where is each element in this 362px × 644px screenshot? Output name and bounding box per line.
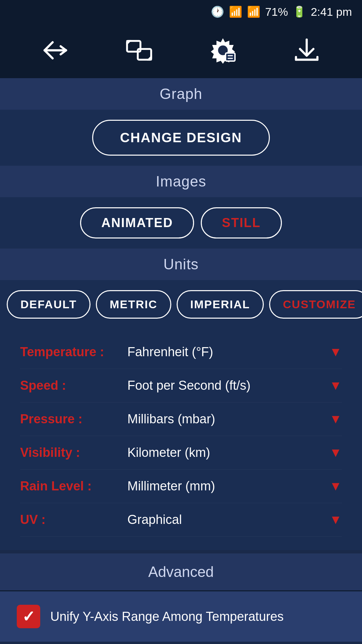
animated-button[interactable]: ANIMATED	[80, 207, 194, 238]
refresh-icon	[126, 37, 153, 64]
wifi-icon: 📶	[229, 5, 242, 18]
speed-dropdown-icon[interactable]: ▼	[329, 378, 342, 393]
settings-area: Temperature : Fahrenheit (°F) ▼ Speed : …	[0, 329, 362, 550]
download-icon	[293, 37, 320, 64]
uv-dropdown-icon[interactable]: ▼	[329, 513, 342, 527]
change-design-button[interactable]: CHANGE DESIGN	[92, 120, 270, 156]
toolbar	[0, 23, 362, 77]
unify-y-axis-label: Unify Y-Axis Range Among Temperatures	[50, 609, 345, 624]
rain-level-label: Rain Level :	[20, 479, 127, 493]
battery-text: 71%	[265, 5, 288, 18]
images-section-header: Images	[0, 166, 362, 197]
graph-buttons-row: CHANGE DESIGN	[0, 110, 362, 166]
speed-row[interactable]: Speed : Foot per Second (ft/s) ▼	[20, 369, 342, 402]
visibility-dropdown-icon[interactable]: ▼	[329, 445, 342, 460]
graph-section-header: Graph	[0, 78, 362, 110]
advanced-section-header: Advanced	[0, 553, 362, 590]
checkmark-icon: ✓	[22, 609, 35, 624]
speed-value: Foot per Second (ft/s)	[127, 378, 326, 393]
rain-level-dropdown-icon[interactable]: ▼	[329, 479, 342, 493]
download-button[interactable]	[293, 37, 320, 64]
signal-icon: 📶	[247, 5, 260, 18]
alarm-icon: 🕐	[211, 5, 224, 18]
still-button[interactable]: STILL	[201, 207, 282, 238]
speed-label: Speed :	[20, 378, 127, 393]
rain-level-row[interactable]: Rain Level : Millimeter (mm) ▼	[20, 470, 342, 503]
status-icons: 🕐 📶 📶 71% 🔋 2:41 pm	[211, 5, 352, 18]
back-icon	[42, 37, 69, 64]
uv-row[interactable]: UV : Graphical ▼	[20, 503, 342, 537]
back-button[interactable]	[42, 37, 69, 64]
settings-button[interactable]	[209, 37, 236, 64]
status-bar: 🕐 📶 📶 71% 🔋 2:41 pm	[0, 0, 362, 23]
svg-rect-7	[226, 53, 235, 61]
temperature-dropdown-icon[interactable]: ▼	[329, 345, 342, 359]
pressure-row[interactable]: Pressure : Millibars (mbar) ▼	[20, 402, 342, 436]
uv-value: Graphical	[127, 513, 326, 527]
metric-button[interactable]: METRIC	[96, 290, 171, 319]
customize-button[interactable]: CUSTOMIZE	[269, 290, 362, 319]
visibility-label: Visibility :	[20, 445, 127, 460]
units-section-header: Units	[0, 249, 362, 280]
units-buttons-row: DEFAULT METRIC IMPERIAL CUSTOMIZE	[0, 280, 362, 329]
temperature-value: Fahrenheit (°F)	[127, 345, 326, 359]
checkbox-area: ✓ Unify Y-Axis Range Among Temperatures	[0, 591, 362, 642]
pressure-value: Millibars (mbar)	[127, 412, 326, 426]
visibility-value: Kilometer (km)	[127, 445, 326, 460]
refresh-button[interactable]	[126, 37, 153, 64]
default-button[interactable]: DEFAULT	[7, 290, 90, 319]
unify-y-axis-checkbox[interactable]: ✓	[17, 605, 40, 628]
temperature-row[interactable]: Temperature : Fahrenheit (°F) ▼	[20, 335, 342, 369]
visibility-row[interactable]: Visibility : Kilometer (km) ▼	[20, 436, 342, 470]
settings-icon	[209, 37, 236, 64]
pressure-label: Pressure :	[20, 412, 127, 426]
temperature-label: Temperature :	[20, 345, 127, 359]
uv-label: UV :	[20, 513, 127, 527]
images-buttons-row: ANIMATED STILL	[0, 197, 362, 249]
battery-icon: 🔋	[293, 5, 306, 18]
time-text: 2:41 pm	[311, 5, 352, 18]
pressure-dropdown-icon[interactable]: ▼	[329, 412, 342, 426]
imperial-button[interactable]: IMPERIAL	[177, 290, 264, 319]
rain-level-value: Millimeter (mm)	[127, 479, 326, 493]
